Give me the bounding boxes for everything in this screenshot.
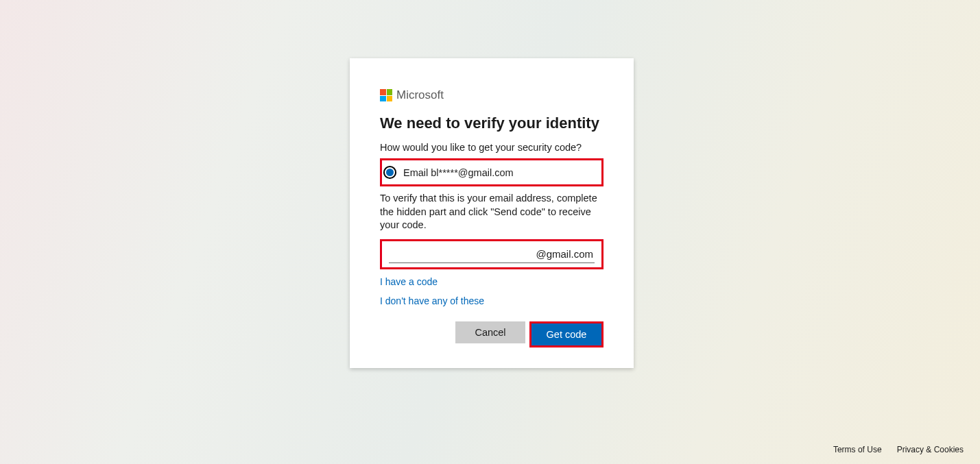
instruction-text: To verify that this is your email addres… xyxy=(380,192,603,232)
privacy-link[interactable]: Privacy & Cookies xyxy=(897,445,964,454)
verify-option-email[interactable]: Email bl*****@gmail.com xyxy=(380,158,603,186)
page-subtitle: How would you like to get your security … xyxy=(380,142,603,153)
get-code-button[interactable]: Get code xyxy=(531,323,601,345)
microsoft-logo-icon xyxy=(380,89,392,101)
verify-option-email-label: Email bl*****@gmail.com xyxy=(403,167,514,178)
verify-identity-card: Microsoft We need to verify your identit… xyxy=(350,58,634,368)
brand-name: Microsoft xyxy=(396,88,444,102)
footer-links: Terms of Use Privacy & Cookies xyxy=(833,445,964,454)
radio-selected-icon xyxy=(383,166,396,179)
email-prefix-input[interactable] xyxy=(389,245,595,263)
terms-link[interactable]: Terms of Use xyxy=(833,445,882,454)
email-prefix-input-wrap xyxy=(380,239,603,269)
none-of-these-link[interactable]: I don't have any of these xyxy=(380,295,603,306)
button-row: Cancel Get code xyxy=(380,321,603,347)
brand-row: Microsoft xyxy=(380,88,603,102)
get-code-highlight: Get code xyxy=(529,321,603,347)
page-title: We need to verify your identity xyxy=(380,114,603,132)
have-code-link[interactable]: I have a code xyxy=(380,276,603,287)
cancel-button[interactable]: Cancel xyxy=(455,321,525,343)
